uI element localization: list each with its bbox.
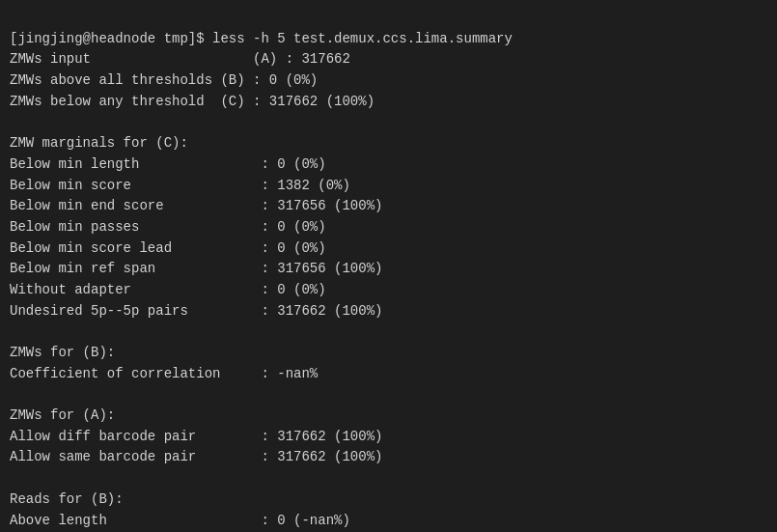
terminal-line bbox=[10, 322, 767, 343]
terminal-line: Below min passes : 0 (0%) bbox=[10, 217, 767, 238]
terminal-line: ZMWs below any threshold (C) : 317662 (1… bbox=[10, 92, 767, 113]
terminal-line: Below min end score : 317656 (100%) bbox=[10, 196, 767, 217]
terminal-line: ZMWs for (B): bbox=[10, 343, 767, 364]
terminal-line bbox=[10, 112, 767, 133]
terminal-line: Allow same barcode pair : 317662 (100%) bbox=[10, 447, 767, 468]
terminal-line: Allow diff barcode pair : 317662 (100%) bbox=[10, 427, 767, 448]
terminal-line: ZMW marginals for (C): bbox=[10, 133, 767, 154]
terminal-line: Undesired 5p--5p pairs : 317662 (100%) bbox=[10, 301, 767, 322]
terminal-line: ZMWs for (A): bbox=[10, 406, 767, 427]
terminal-line: Below min score : 1382 (0%) bbox=[10, 176, 767, 197]
terminal-line bbox=[10, 468, 767, 490]
terminal-line: Above length : 0 (-nan%) bbox=[10, 511, 767, 532]
terminal-line: Without adapter : 0 (0%) bbox=[10, 280, 767, 301]
terminal-line: [jingjing@headnode tmp]$ less -h 5 test.… bbox=[10, 29, 767, 50]
terminal-line bbox=[10, 384, 767, 406]
terminal-line: Below min length : 0 (0%) bbox=[10, 154, 767, 176]
terminal-line: Below min ref span : 317656 (100%) bbox=[10, 259, 767, 280]
terminal-line: ZMWs input (A) : 317662 bbox=[10, 49, 767, 70]
terminal-line: ZMWs above all thresholds (B) : 0 (0%) bbox=[10, 70, 767, 92]
terminal-window: [jingjing@headnode tmp]$ less -h 5 test.… bbox=[0, 0, 777, 532]
terminal-line: Reads for (B): bbox=[10, 490, 767, 511]
terminal-line: Below min score lead : 0 (0%) bbox=[10, 238, 767, 260]
terminal-line: Coefficient of correlation : -nan% bbox=[10, 364, 767, 385]
